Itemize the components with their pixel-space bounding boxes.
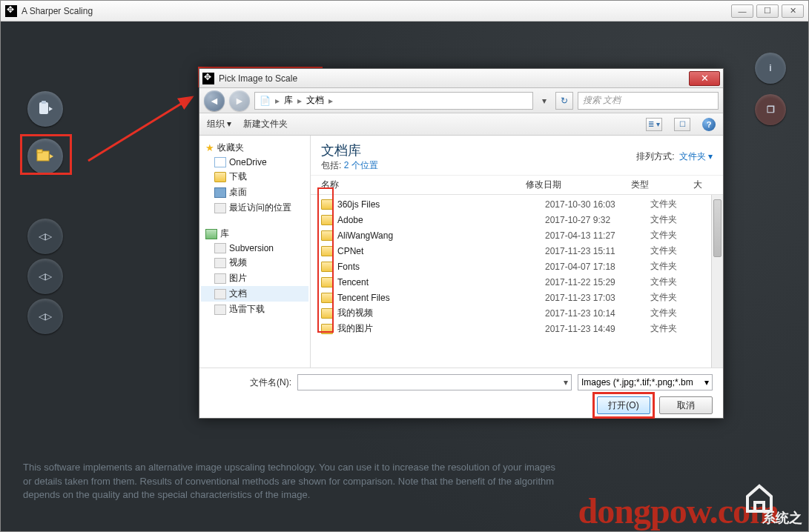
file-type: 文件夹: [650, 276, 713, 288]
tree-video[interactable]: 视频: [201, 255, 308, 270]
maximize-button[interactable]: ☐: [756, 4, 779, 18]
organize-menu[interactable]: 组织 ▾: [207, 118, 231, 130]
file-name: Tencent: [337, 277, 545, 287]
file-name: Tencent Files: [337, 293, 545, 303]
app-title: A Sharper Scaling: [22, 6, 731, 16]
breadcrumb[interactable]: 📄▸ 库▸ 文档▸: [254, 92, 533, 110]
col-name[interactable]: 名称: [321, 179, 526, 191]
dialog-close-button[interactable]: ✕: [689, 71, 720, 86]
svg-rect-1: [42, 101, 46, 104]
nav-tree[interactable]: ★收藏夹 OneDrive 下载 桌面 最近访问的位置 库 Subversion…: [199, 136, 311, 368]
chevron-right-icon: ▸: [275, 96, 280, 106]
tree-recent[interactable]: 最近访问的位置: [201, 200, 308, 216]
breadcrumb-root[interactable]: 库: [284, 94, 293, 107]
library-locations-link[interactable]: 2 个位置: [344, 160, 378, 170]
preview-1-button[interactable]: ◁▷: [27, 219, 63, 254]
file-row[interactable]: Tencent Files2017-11-23 17:03文件夹: [321, 290, 713, 305]
tree-label: 桌面: [229, 186, 247, 199]
workspace: ◁▷ ◁▷ ◁▷ i ❐ Pick Image to Scale ✕ ◄ ►: [1, 21, 808, 531]
chevron-right-icon: ▸: [328, 96, 333, 106]
scrollbar-vertical[interactable]: [711, 195, 723, 368]
preview-3-button[interactable]: ◁▷: [27, 299, 63, 334]
folder-icon: [214, 172, 226, 182]
folder-icon: [321, 293, 333, 303]
col-type[interactable]: 类型: [631, 179, 693, 191]
file-list[interactable]: 360js Files2017-10-30 16:03文件夹Adobe2017-…: [311, 195, 723, 368]
svg-line-4: [88, 97, 192, 161]
file-row[interactable]: 我的图片2017-11-23 14:49文件夹: [321, 321, 713, 336]
tree-label: 图片: [229, 272, 247, 285]
stack-button[interactable]: ❐: [755, 94, 786, 125]
tree-documents[interactable]: 文档: [201, 286, 308, 302]
folder-open-icon: [36, 148, 55, 164]
file-row[interactable]: 我的视频2017-11-23 10:14文件夹: [321, 305, 713, 321]
dialog-title: Pick Image to Scale: [219, 73, 689, 84]
file-row[interactable]: CPNet2017-11-23 15:11文件夹: [321, 243, 713, 259]
library-title: 文档库: [321, 142, 636, 159]
preview-pane-button[interactable]: ☐: [674, 118, 690, 131]
folder-open-button[interactable]: [27, 139, 63, 174]
filename-label: 文件名(N):: [210, 376, 291, 389]
breadcrumb-folder[interactable]: 文档: [306, 94, 324, 107]
tree-pictures[interactable]: 图片: [201, 270, 308, 286]
folder-icon: [321, 262, 333, 272]
tree-desktop[interactable]: 桌面: [201, 184, 308, 200]
cancel-button[interactable]: 取消: [659, 396, 713, 414]
stack-icon: ❐: [767, 104, 775, 115]
file-name: Fonts: [337, 262, 545, 272]
breadcrumb-dropdown[interactable]: ▾: [538, 96, 551, 106]
clipboard-icon: [36, 100, 54, 118]
info-button[interactable]: i: [755, 53, 786, 84]
sort-dropdown[interactable]: 文件夹 ▾: [679, 150, 713, 163]
file-row[interactable]: AliWangWang2017-04-13 11:27文件夹: [321, 227, 713, 243]
tree-library[interactable]: 库: [201, 226, 308, 242]
folder-icon: [321, 324, 333, 334]
tree-favorites[interactable]: ★收藏夹: [201, 140, 308, 156]
minimize-button[interactable]: —: [731, 4, 753, 18]
tree-label: 下载: [229, 170, 247, 183]
new-folder-button[interactable]: 新建文件夹: [243, 118, 288, 130]
eye-icon: ◁▷: [39, 271, 52, 282]
col-size[interactable]: 大: [693, 179, 713, 191]
refresh-button[interactable]: ↻: [555, 92, 573, 110]
file-row[interactable]: Fonts2017-04-07 17:18文件夹: [321, 259, 713, 274]
app-icon: [214, 305, 226, 315]
help-button[interactable]: ?: [702, 118, 716, 131]
view-mode-button[interactable]: ≣ ▾: [646, 118, 662, 131]
col-date[interactable]: 修改日期: [526, 179, 631, 191]
file-name: 360js Files: [337, 199, 545, 210]
tree-label: Subversion: [229, 243, 274, 253]
eye-icon: ◁▷: [39, 231, 52, 242]
tree-onedrive[interactable]: OneDrive: [201, 156, 308, 169]
tree-label: 最近访问的位置: [229, 202, 291, 214]
open-button[interactable]: 打开(O): [597, 396, 650, 414]
file-type-filter[interactable]: Images (*.jpg;*.tif;*.png;*.bm▾: [578, 374, 713, 390]
description-text: This software implements an alternative …: [23, 461, 557, 502]
close-button[interactable]: ✕: [782, 4, 804, 18]
file-type: 文件夹: [650, 229, 713, 242]
file-row[interactable]: 360js Files2017-10-30 16:03文件夹: [321, 196, 713, 212]
filename-input[interactable]: [297, 374, 572, 390]
column-headers[interactable]: 名称 修改日期 类型 大: [311, 176, 723, 195]
file-row[interactable]: Tencent2017-11-22 15:29文件夹: [321, 274, 713, 290]
tree-downloads[interactable]: 下载: [201, 169, 308, 184]
tree-subversion[interactable]: Subversion: [201, 242, 308, 255]
search-input[interactable]: 搜索 文档: [578, 92, 719, 110]
clipboard-button[interactable]: [27, 91, 63, 127]
file-row[interactable]: Adobe2017-10-27 9:32文件夹: [321, 212, 713, 227]
file-type: 文件夹: [650, 291, 713, 304]
folder-icon: [321, 308, 333, 319]
filter-text: Images (*.jpg;*.tif;*.png;*.bm: [581, 377, 693, 388]
file-name: 我的视频: [337, 307, 545, 319]
scrollbar-thumb[interactable]: [713, 199, 722, 257]
nav-back-button[interactable]: ◄: [204, 90, 225, 111]
folder-icon: [321, 230, 333, 241]
nav-forward-button[interactable]: ►: [229, 90, 250, 111]
folder-icon: [321, 215, 333, 225]
tree-thunder[interactable]: 迅雷下载: [201, 302, 308, 317]
preview-2-button[interactable]: ◁▷: [27, 259, 63, 294]
file-name: AliWangWang: [337, 230, 545, 241]
video-icon: [214, 258, 226, 268]
library-icon: [205, 229, 217, 239]
file-date: 2017-11-22 15:29: [545, 277, 650, 287]
